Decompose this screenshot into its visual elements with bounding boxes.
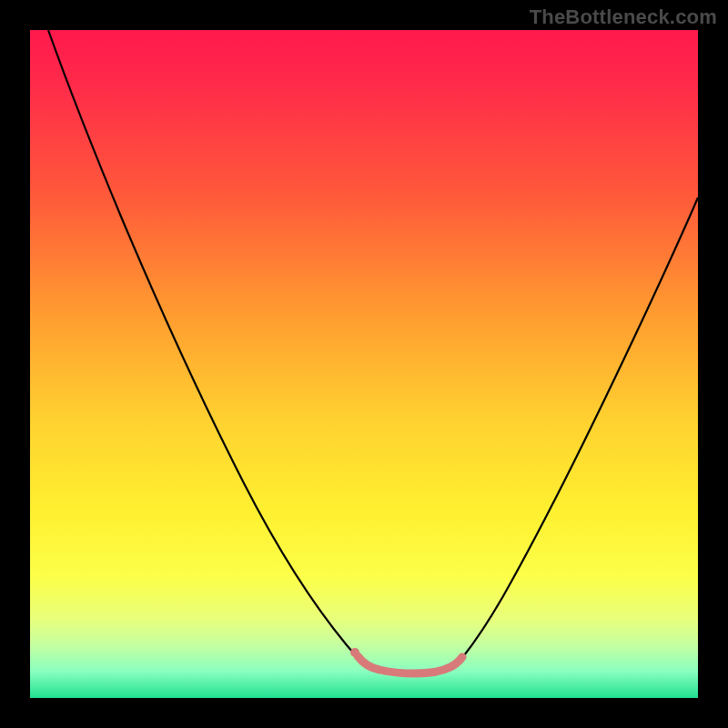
watermark-text: TheBottleneck.com — [530, 5, 717, 29]
right-curve — [458, 197, 698, 663]
bottom-squiggle — [358, 656, 462, 673]
chart-frame: TheBottleneck.com — [0, 0, 728, 728]
left-curve — [48, 30, 365, 663]
plot-area — [30, 30, 698, 698]
curves-svg — [30, 30, 698, 698]
